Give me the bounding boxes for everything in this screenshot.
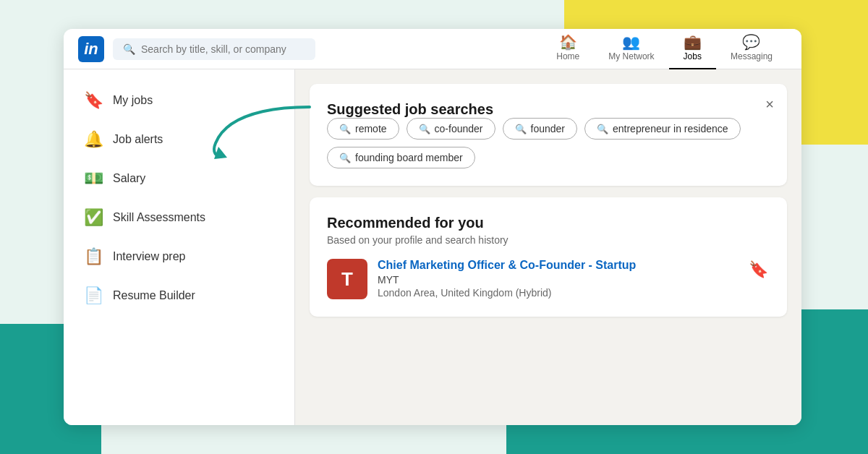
sidebar-item-resume-builder[interactable]: 📄 Resume Builder	[64, 276, 294, 315]
chip-founder[interactable]: 🔍 founder	[503, 118, 577, 140]
search-icon: 🔍	[123, 43, 135, 55]
nav-item-messaging[interactable]: 💬 Messaging	[716, 29, 787, 69]
clipboard-icon: 📋	[84, 247, 103, 266]
search-chip-icon: 🔍	[597, 124, 608, 134]
search-bar[interactable]: 🔍	[113, 38, 315, 60]
bookmark-job-button[interactable]: 🔖	[747, 259, 770, 280]
sidebar: 🔖 My jobs 🔔 Job alerts 💵 Salary ✅ Skill …	[64, 69, 295, 425]
job-company: MYT	[378, 274, 737, 286]
checkmark-icon: ✅	[84, 208, 103, 227]
chip-remote[interactable]: 🔍 remote	[327, 118, 399, 140]
recommended-title: Recommended for you	[327, 215, 484, 231]
search-chip-icon: 🔍	[515, 124, 527, 134]
document-icon: 📄	[84, 286, 103, 305]
job-info: Chief Marketing Officer & Co-Founder - S…	[378, 259, 737, 299]
search-input[interactable]	[141, 43, 305, 55]
search-chip-icon: 🔍	[339, 124, 351, 134]
suggested-searches-title: Suggested job searches	[327, 101, 493, 117]
suggested-searches-card: Suggested job searches × 🔍 remote 🔍 co-f…	[310, 84, 787, 186]
job-location: London Area, United Kingdom (Hybrid)	[378, 287, 737, 299]
chip-founding-board-member[interactable]: 🔍 founding board member	[327, 147, 475, 168]
nav-item-jobs[interactable]: 💼 Jobs	[669, 29, 716, 69]
main-panel: Suggested job searches × 🔍 remote 🔍 co-f…	[295, 69, 801, 425]
search-chip-icon: 🔍	[419, 124, 430, 134]
bookmark-icon: 🔖	[84, 91, 103, 110]
nav-item-home[interactable]: 🏠 Home	[542, 29, 594, 69]
jobs-icon: 💼	[684, 35, 702, 49]
recommended-subtitle: Based on your profile and search history	[327, 234, 770, 246]
close-suggested-button[interactable]: ×	[765, 97, 774, 111]
my-network-icon: 👥	[622, 35, 640, 49]
job-listing-row: T Chief Marketing Officer & Co-Founder -…	[327, 259, 770, 299]
sidebar-item-job-alerts[interactable]: 🔔 Job alerts	[64, 120, 294, 159]
sidebar-item-salary[interactable]: 💵 Salary	[64, 159, 294, 198]
main-window: in 🔍 🏠 Home 👥 My Network 💼 Jobs 💬 Messag…	[64, 29, 801, 425]
navbar: in 🔍 🏠 Home 👥 My Network 💼 Jobs 💬 Messag…	[64, 29, 801, 69]
content-area: 🔖 My jobs 🔔 Job alerts 💵 Salary ✅ Skill …	[64, 69, 801, 425]
bell-icon: 🔔	[84, 130, 103, 149]
linkedin-logo: in	[78, 36, 104, 62]
company-logo: T	[327, 259, 367, 299]
search-chip-icon: 🔍	[339, 153, 351, 163]
sidebar-item-my-jobs[interactable]: 🔖 My jobs	[64, 81, 294, 120]
messaging-icon: 💬	[742, 35, 760, 49]
chip-entrepreneur-in-residence[interactable]: 🔍 entrepreneur in residence	[584, 118, 741, 140]
chip-co-founder[interactable]: 🔍 co-founder	[407, 118, 495, 140]
nav-item-my-network[interactable]: 👥 My Network	[594, 29, 668, 69]
salary-icon: 💵	[84, 169, 103, 188]
recommended-card: Recommended for you Based on your profil…	[310, 197, 787, 317]
sidebar-item-skill-assessments[interactable]: ✅ Skill Assessments	[64, 198, 294, 237]
sidebar-item-interview-prep[interactable]: 📋 Interview prep	[64, 237, 294, 276]
nav-items: 🏠 Home 👥 My Network 💼 Jobs 💬 Messaging	[542, 29, 787, 69]
chips-container: 🔍 remote 🔍 co-founder 🔍 founder 🔍 entrep…	[327, 118, 770, 168]
job-title[interactable]: Chief Marketing Officer & Co-Founder - S…	[378, 259, 737, 272]
home-icon: 🏠	[559, 35, 577, 49]
